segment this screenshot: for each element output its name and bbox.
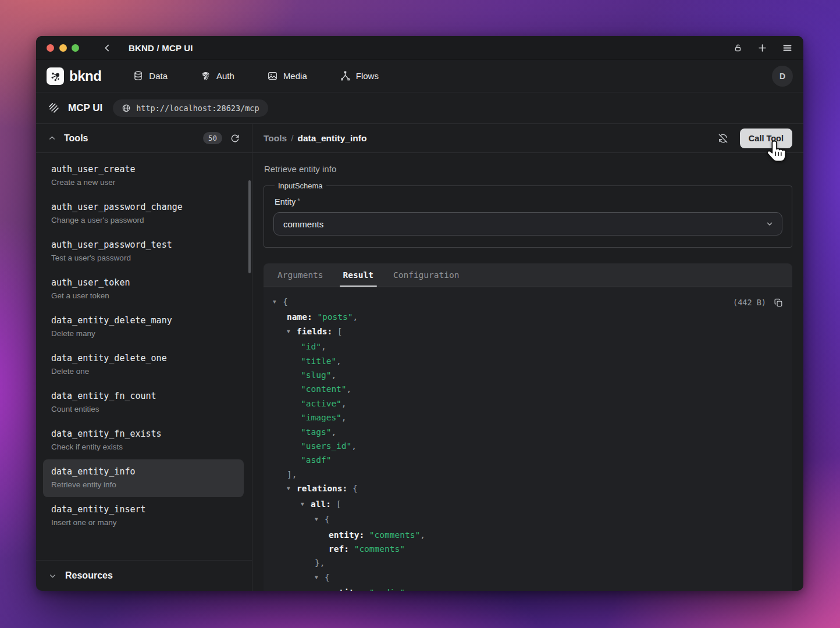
- mcp-icon: [48, 102, 60, 114]
- nav-item-label: Data: [149, 71, 168, 81]
- json-line: entity: "comments",: [273, 528, 783, 542]
- nav-items: Data Auth Media Flows: [133, 70, 379, 81]
- input-schema-legend: InputSchema: [275, 181, 326, 190]
- zoom-window-button[interactable]: [72, 44, 79, 52]
- json-punctuation: {: [325, 573, 330, 582]
- user-avatar[interactable]: D: [772, 66, 793, 87]
- minimize-window-button[interactable]: [59, 44, 67, 52]
- tab-label: Configuration: [393, 270, 460, 280]
- json-key: name:: [287, 312, 312, 322]
- brand-name: bknd: [69, 68, 101, 84]
- sidebar-scrollbar[interactable]: [248, 180, 251, 273]
- tool-name: data_entity_fn_count: [51, 390, 236, 402]
- json-punctuation: ,: [353, 312, 358, 322]
- tools-section-header[interactable]: Tools 50: [36, 124, 252, 153]
- json-punctuation: {: [347, 484, 357, 493]
- tool-list-item[interactable]: auth_user_password_change Change a user'…: [43, 195, 244, 233]
- menu-icon[interactable]: [782, 42, 793, 53]
- tool-description: Check if entity exists: [51, 442, 236, 452]
- refresh-off-icon[interactable]: [717, 133, 729, 144]
- json-string-value: "content": [301, 384, 347, 394]
- tool-header-actions: Call Tool: [717, 129, 792, 148]
- nav-item-label: Flows: [356, 71, 379, 81]
- photo-icon: [267, 70, 278, 81]
- collapse-arrow-icon[interactable]: ▼: [287, 324, 297, 338]
- window-titlebar: BKND / MCP UI: [36, 36, 803, 60]
- json-line: ▼relations: {: [273, 481, 783, 497]
- page-title: MCP UI: [68, 102, 102, 114]
- tab[interactable]: Configuration: [393, 263, 460, 287]
- json-string-value: "images": [301, 413, 341, 422]
- json-key: entity:: [329, 530, 364, 540]
- json-key: ref:: [329, 544, 349, 554]
- json-line: ],: [273, 468, 783, 481]
- required-marker: *: [297, 197, 300, 205]
- tool-list-item[interactable]: auth_user_token Get a user token: [43, 270, 244, 308]
- tools-list: auth_user_create Create a new user auth_…: [36, 153, 252, 560]
- json-punctuation: {: [325, 515, 330, 524]
- json-string-value: "id": [301, 342, 321, 351]
- result-size-label: (442 B): [733, 295, 766, 309]
- tool-list-item[interactable]: data_entity_fn_count Count entities: [43, 384, 244, 422]
- tool-list-item[interactable]: auth_user_create Create a new user: [43, 157, 244, 195]
- tool-name: auth_user_token: [51, 277, 236, 288]
- tab-label: Result: [343, 270, 373, 280]
- collapse-arrow-icon[interactable]: ▼: [315, 512, 325, 526]
- resources-section-header[interactable]: Resources: [36, 560, 252, 591]
- json-lines: ▼{name: "posts",▼fields: ["id","title","…: [273, 295, 783, 591]
- brand-logo[interactable]: bknd: [47, 67, 101, 85]
- mcp-subheader: MCP UI http://localhost:28623/mcp: [36, 92, 803, 124]
- tab[interactable]: Result: [343, 263, 373, 287]
- tool-list-item[interactable]: data_entity_delete_one Delete one: [43, 346, 244, 384]
- tab-label: Arguments: [277, 270, 323, 280]
- collapse-arrow-icon[interactable]: ▼: [315, 570, 325, 584]
- nav-item-flows[interactable]: Flows: [340, 70, 379, 81]
- collapse-arrow-icon[interactable]: ▼: [301, 497, 311, 511]
- tool-list-item[interactable]: data_entity_insert Insert one or many: [43, 497, 244, 535]
- lock-open-icon[interactable]: [733, 43, 743, 53]
- json-key: relations:: [297, 484, 347, 493]
- tool-description-text: Retrieve entity info: [264, 164, 792, 174]
- json-string-value: "slug": [301, 370, 331, 380]
- json-punctuation: ,: [405, 588, 410, 591]
- json-string-value: "title": [301, 356, 336, 366]
- nav-item-auth[interactable]: Auth: [200, 70, 234, 81]
- json-line: "title",: [273, 354, 783, 368]
- tool-list-item[interactable]: auth_user_password_test Test a user's pa…: [43, 233, 244, 270]
- tool-list-item[interactable]: data_entity_delete_many Delete many: [43, 308, 244, 346]
- json-line: "tags",: [273, 425, 783, 439]
- json-line: ref: "comments": [273, 542, 783, 556]
- tool-list-item[interactable]: data_entity_info Retrieve entity info: [43, 459, 244, 497]
- tool-name: data_entity_delete_one: [51, 352, 236, 364]
- copy-icon[interactable]: [774, 298, 784, 308]
- collapse-arrow-icon[interactable]: ▼: [273, 295, 283, 309]
- json-punctuation: ,: [341, 413, 347, 422]
- json-line: ▼all: [: [273, 497, 783, 512]
- flows-icon: [340, 70, 351, 81]
- tool-name: auth_user_password_change: [51, 201, 236, 213]
- chevron-down-icon: [48, 572, 57, 580]
- nav-item-data[interactable]: Data: [133, 70, 168, 81]
- collapse-arrow-icon[interactable]: ▼: [287, 481, 297, 495]
- nav-item-media[interactable]: Media: [267, 70, 307, 81]
- tool-list-item[interactable]: data_entity_fn_exists Check if entity ex…: [43, 422, 244, 459]
- server-url-pill[interactable]: http://localhost:28623/mcp: [113, 99, 268, 117]
- plus-icon[interactable]: [757, 42, 768, 53]
- json-string-value: "comments": [364, 530, 420, 540]
- json-line: "images",: [273, 411, 783, 424]
- entity-select[interactable]: comments: [273, 212, 782, 236]
- refresh-icon[interactable]: [230, 133, 240, 144]
- tool-description: Delete one: [51, 366, 236, 377]
- tools-sidebar: Tools 50 auth_user_create Create a new u…: [36, 124, 252, 591]
- tab[interactable]: Arguments: [277, 263, 323, 287]
- close-window-button[interactable]: [47, 44, 54, 52]
- desktop-wallpaper: BKND / MCP UI bknd: [0, 0, 840, 628]
- result-json-viewer: (442 B) ▼{name: "posts",▼fields: ["id","…: [264, 287, 792, 591]
- tool-name: data_entity_fn_exists: [51, 428, 236, 440]
- call-tool-button[interactable]: Call Tool: [740, 129, 792, 148]
- back-icon[interactable]: [102, 43, 112, 53]
- tool-detail-panel: Tools / data_entity_info Call Tool Retri…: [252, 124, 803, 591]
- breadcrumb-section[interactable]: Tools: [264, 133, 287, 144]
- json-string-value: "tags": [301, 427, 331, 437]
- tool-description: Get a user token: [51, 291, 236, 301]
